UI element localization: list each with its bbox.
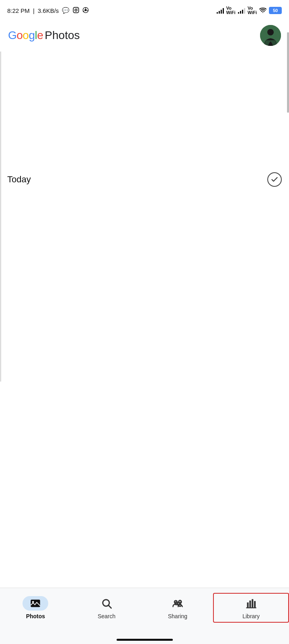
search-tab-label: Search [98,613,115,619]
select-all-button[interactable] [267,172,282,187]
svg-rect-24 [252,599,253,608]
svg-point-8 [262,12,263,12]
google-o2: o [23,29,29,41]
google-o1: o [16,29,23,41]
svg-line-14 [109,605,111,608]
library-icon [246,598,257,609]
scrollbar-thumb[interactable] [287,32,289,113]
google-logo-text: Google [8,29,43,42]
google-e: e [37,29,43,41]
search-icon [101,598,112,609]
library-tab-label: Library [242,613,260,619]
svg-point-10 [267,29,274,35]
sharing-tab-label: Sharing [168,613,187,619]
photos-label: Photos [45,29,80,42]
sharing-tab-icon-bg [165,596,191,611]
bottom-navigation: Photos Search Sh [0,588,289,644]
logo-area: Google Photos [8,29,80,42]
svg-rect-23 [249,601,251,608]
signal-bars-1 [217,7,224,14]
photo-grid-area [0,191,289,521]
svg-point-1 [75,9,77,11]
google-g: G [8,29,16,41]
tab-search[interactable]: Search [71,593,142,623]
battery-level: 50 [273,8,278,13]
search-tab-icon-bg [94,596,119,611]
tab-sharing[interactable]: Sharing [142,593,213,623]
status-speed: 3.6KB/s [38,7,59,14]
tab-photos[interactable]: Photos [0,593,71,623]
library-tab-icon-bg [238,596,264,611]
vo-wifi-label-1: VoWiFi [226,6,236,15]
status-time-area: 8:22 PM | 3.6KB/s 💬 [7,7,89,14]
vo-wifi-label-2: VoWiFi [248,6,257,15]
instagram-icon [73,7,79,14]
svg-point-2 [77,8,78,8]
status-separator: | [33,7,35,14]
home-indicator [117,639,173,641]
battery-indicator: 50 [269,7,282,14]
svg-rect-25 [254,601,256,607]
google-g2: g [29,29,35,41]
svg-point-12 [32,601,34,603]
chrome-icon [82,7,89,14]
signal-bars-2 [238,7,245,14]
svg-rect-0 [74,7,79,12]
photos-icon [30,598,41,609]
status-right-icons: VoWiFi VoWiFi 50 [217,6,282,15]
svg-point-4 [85,9,87,11]
tab-library[interactable]: Library [213,593,289,623]
today-label: Today [7,174,31,185]
user-avatar[interactable] [260,25,281,46]
svg-rect-22 [247,603,248,608]
today-section-header: Today [0,164,289,191]
photos-tab-icon-bg [23,596,48,611]
svg-point-21 [178,601,181,603]
sharing-icon [172,598,183,609]
wifi-icon [259,7,266,14]
status-bar: 8:22 PM | 3.6KB/s 💬 [0,0,289,19]
status-time: 8:22 PM [7,7,30,14]
photos-tab-label: Photos [26,613,45,619]
app-header: Google Photos [0,19,289,52]
whatsapp-icon: 💬 [62,7,70,14]
avatar-image [260,25,281,46]
